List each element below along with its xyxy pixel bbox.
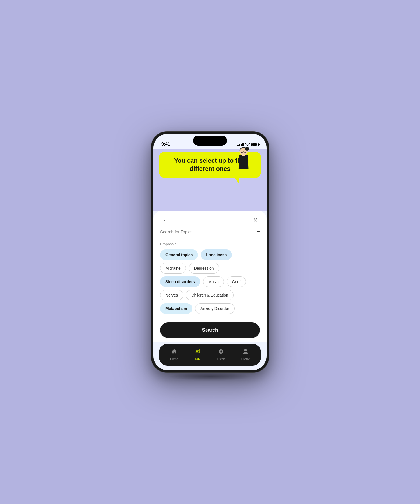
- dynamic-island: [193, 136, 227, 146]
- svg-rect-6: [196, 350, 199, 351]
- top-navigation: ‹ ✕: [153, 211, 267, 227]
- bottom-navigation: HomeTalkListenProfile: [159, 344, 261, 366]
- tag-sleep-disorders[interactable]: Sleep disorders: [160, 276, 200, 287]
- main-content: ‹ ✕ + Proposals General topicsLoneliness…: [153, 211, 267, 342]
- search-bar: +: [160, 228, 260, 237]
- search-input[interactable]: [160, 229, 256, 234]
- home-icon: [171, 348, 177, 356]
- nav-label-home: Home: [170, 357, 178, 361]
- tag-children-education[interactable]: Children & Education: [186, 290, 234, 300]
- close-button[interactable]: ✕: [251, 216, 260, 225]
- wifi-icon: [245, 142, 250, 147]
- phone-device: 9:41: [151, 132, 269, 372]
- svg-rect-7: [196, 351, 198, 352]
- phone-wrapper: 9:41: [151, 132, 269, 372]
- nav-label-profile: Profile: [241, 357, 250, 361]
- battery-fill: [252, 143, 257, 146]
- phone-shadow: [168, 372, 252, 381]
- status-icons: [237, 142, 259, 147]
- nav-item-talk[interactable]: Talk: [192, 347, 203, 362]
- battery-icon: [251, 143, 259, 146]
- proposals-label: Proposals: [160, 242, 260, 246]
- tag-migraine[interactable]: Migraine: [160, 263, 186, 274]
- talk-icon: [194, 348, 200, 356]
- tag-general-topics[interactable]: General topics: [160, 249, 198, 260]
- nav-label-talk: Talk: [195, 357, 200, 361]
- tag-music[interactable]: Music: [203, 276, 224, 287]
- tag-loneliness[interactable]: Loneliness: [201, 249, 232, 260]
- tag-grief[interactable]: Grief: [227, 276, 246, 287]
- search-section: +: [153, 227, 267, 237]
- search-button[interactable]: Search: [160, 322, 260, 338]
- listen-icon: [218, 348, 224, 356]
- search-plus-icon[interactable]: +: [256, 228, 260, 235]
- phone-screen: 9:41: [153, 134, 267, 370]
- tag-depression[interactable]: Depression: [189, 263, 219, 274]
- nav-item-home[interactable]: Home: [167, 347, 181, 362]
- tag-nerves[interactable]: Nerves: [160, 290, 183, 300]
- header-area: You can select up to five different ones: [153, 149, 267, 211]
- proposals-section: Proposals General topicsLonelinessMigrai…: [153, 237, 267, 317]
- tag-metabolism[interactable]: Metabolism: [160, 303, 192, 314]
- nav-item-listen[interactable]: Listen: [214, 347, 228, 362]
- tag-anxiety-disorder[interactable]: Anxiety Disorder: [195, 303, 235, 314]
- tags-container: General topicsLonelinessMigraineDepressi…: [160, 249, 260, 314]
- character-illustration: [233, 146, 253, 170]
- nav-item-profile[interactable]: Profile: [239, 347, 253, 362]
- signal-icon: [237, 143, 244, 146]
- status-time: 9:41: [161, 142, 170, 147]
- profile-icon: [242, 348, 249, 356]
- search-button-container: Search: [153, 317, 267, 341]
- back-button[interactable]: ‹: [160, 216, 169, 225]
- svg-rect-5: [242, 155, 245, 156]
- nav-label-listen: Listen: [217, 357, 225, 361]
